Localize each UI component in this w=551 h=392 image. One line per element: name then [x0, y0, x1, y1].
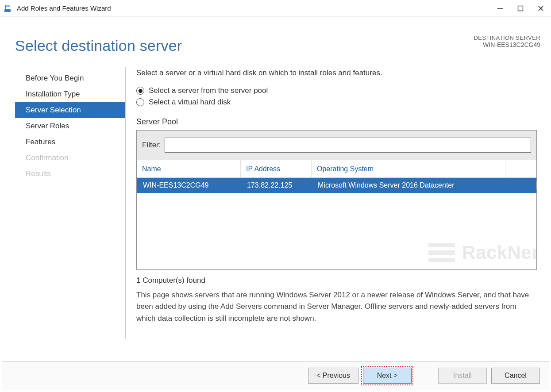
radio-icon [136, 98, 144, 106]
column-spacer [505, 160, 536, 177]
svg-rect-1 [5, 5, 6, 9]
instruction-text: Select a server or a virtual hard disk o… [136, 69, 537, 77]
step-features[interactable]: Features [15, 134, 125, 150]
app-icon [3, 3, 13, 14]
watermark-text: RackNer [462, 242, 537, 263]
radio-icon [136, 87, 144, 95]
watermark: RackNer [428, 242, 537, 263]
step-before-you-begin[interactable]: Before You Begin [15, 70, 125, 86]
table-row[interactable]: WIN-EES13C2CG49 173.82.22.125 Microsoft … [137, 178, 536, 193]
description-text: This page shows servers that are running… [136, 289, 537, 324]
filter-label: Filter: [142, 141, 161, 150]
destination-value: WIN-EES13C2CG49 [474, 41, 540, 48]
computers-found-text: 1 Computer(s) found [136, 276, 537, 285]
radio-label: Select a virtual hard disk [149, 98, 231, 107]
filter-input[interactable] [165, 138, 532, 153]
previous-button[interactable]: < Previous [308, 368, 358, 384]
step-server-selection[interactable]: Server Selection [15, 102, 125, 118]
wizard-steps-sidebar: Before You Begin Installation Type Serve… [15, 67, 126, 338]
filter-bar: Filter: [136, 130, 537, 160]
cell-ip: 173.82.22.125 [241, 181, 312, 189]
radio-server-pool[interactable]: Select a server from the server pool [136, 86, 537, 95]
step-installation-type[interactable]: Installation Type [15, 86, 125, 102]
maximize-button[interactable] [510, 1, 531, 15]
svg-rect-0 [4, 9, 11, 12]
cell-name: WIN-EES13C2CG49 [137, 181, 241, 189]
radio-virtual-hard-disk[interactable]: Select a virtual hard disk [136, 98, 537, 107]
step-confirmation: Confirmation [15, 150, 125, 166]
window-title: Add Roles and Features Wizard [17, 4, 490, 12]
radio-label: Select a server from the server pool [149, 86, 268, 95]
minimize-button[interactable] [490, 1, 510, 15]
destination-label: DESTINATION SERVER [474, 35, 540, 41]
wizard-footer: < Previous Next > Install Cancel [2, 361, 549, 390]
install-button: Install [438, 368, 487, 384]
page-title: Select destination server [12, 25, 182, 54]
table-header: Name IP Address Operating System [137, 160, 536, 178]
column-os[interactable]: Operating System [312, 160, 505, 177]
column-ip[interactable]: IP Address [241, 160, 312, 177]
next-button[interactable]: Next > [363, 368, 412, 384]
destination-server-block: DESTINATION SERVER WIN-EES13C2CG49 [474, 25, 540, 48]
close-button[interactable] [531, 1, 551, 15]
svg-rect-4 [518, 6, 523, 11]
server-pool-heading: Server Pool [136, 117, 537, 127]
cell-os: Microsoft Windows Server 2016 Datacenter [312, 181, 536, 189]
column-name[interactable]: Name [137, 160, 241, 177]
main-panel: Select a server or a virtual hard disk o… [126, 67, 540, 338]
header: Select destination server DESTINATION SE… [0, 17, 551, 54]
wizard-body: Before You Begin Installation Type Serve… [0, 54, 551, 338]
titlebar: Add Roles and Features Wizard [0, 0, 551, 17]
cancel-button[interactable]: Cancel [491, 368, 540, 384]
svg-rect-2 [6, 5, 10, 7]
server-pool-table: Name IP Address Operating System WIN-EES… [136, 160, 537, 270]
step-results: Results [15, 166, 125, 182]
below-table: 1 Computer(s) found This page shows serv… [136, 276, 537, 324]
step-server-roles[interactable]: Server Roles [15, 118, 125, 134]
